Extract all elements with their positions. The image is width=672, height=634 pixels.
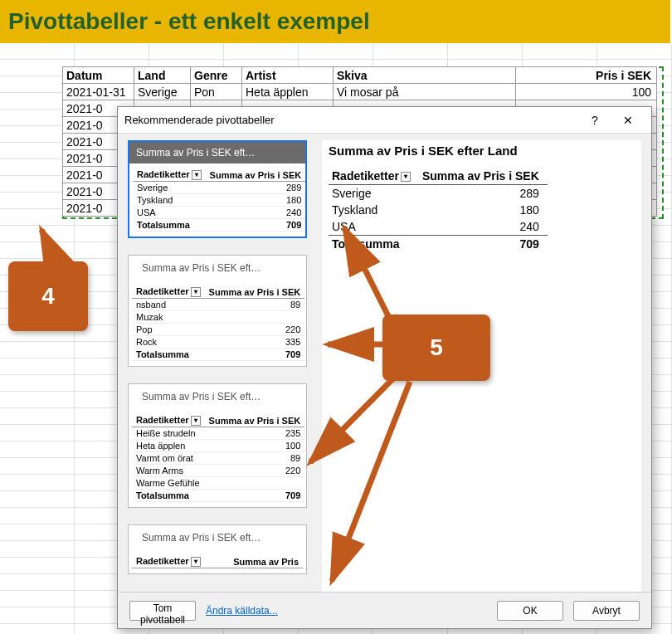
thumb-head-rowlabels: Radetiketter▾ <box>132 414 205 427</box>
dropdown-icon[interactable]: ▾ <box>191 416 201 426</box>
preview-head-rowlabels[interactable]: Radetiketter▾ <box>329 168 419 185</box>
thumb-head-value: Summa av Pris <box>217 555 303 568</box>
page-title: Pivottabeller - ett enkelt exempel <box>8 8 370 35</box>
close-button[interactable]: ✕ <box>611 109 645 132</box>
dropdown-icon[interactable]: ▾ <box>192 170 202 180</box>
thumb-caption: Summa av Pris i SEK eft… <box>129 256 306 280</box>
pivot-recommendation-thumb[interactable]: Summa av Pris i SEK eft… Radetiketter▾Su… <box>128 140 307 238</box>
thumb-head-rowlabels: Radetiketter▾ <box>132 555 217 568</box>
cancel-button[interactable]: Avbryt <box>573 601 640 621</box>
preview-head-value: Summa av Pris i SEK <box>419 168 548 185</box>
table-row: Sverige289 <box>329 185 548 202</box>
dropdown-icon[interactable]: ▾ <box>191 557 201 567</box>
callout-4: 4 <box>8 261 88 331</box>
thumb-head-value: Summa av Pris i SEK <box>205 285 305 299</box>
thumb-head-rowlabels: Radetiketter▾ <box>132 285 205 299</box>
dropdown-icon[interactable]: ▾ <box>191 287 201 297</box>
spreadsheet-area: Pivottabeller - ett enkelt exempel Datum… <box>0 0 672 634</box>
thumb-caption: Summa av Pris i SEK eft… <box>129 142 305 163</box>
dialog-footer: Tom pivottabell Ändra källdata... OK Avb… <box>118 592 651 628</box>
dialog-title: Rekommenderade pivottabeller <box>124 114 578 126</box>
source-col-header[interactable]: Pris i SEK <box>516 67 657 84</box>
pivot-recommendation-thumb[interactable]: Summa av Pris i SEK eft… Radetiketter▾Su… <box>128 255 307 367</box>
table-row[interactable]: 2021-01-31SverigePonHeta äpplenVi mosar … <box>63 84 657 100</box>
source-col-header[interactable]: Skiva <box>334 67 516 84</box>
preview-table: Radetiketter▾ Summa av Pris i SEK Sverig… <box>329 168 548 252</box>
source-col-header[interactable]: Land <box>134 67 191 84</box>
page-title-bar: Pivottabeller - ett enkelt exempel <box>0 0 670 43</box>
callout-5: 5 <box>382 315 490 381</box>
thumb-head-value: Summa av Pris i SEK <box>205 414 305 427</box>
source-col-header[interactable]: Genre <box>191 67 242 84</box>
thumb-caption: Summa av Pris i SEK eft… <box>129 384 306 409</box>
source-col-header[interactable]: Datum <box>63 67 134 84</box>
table-row: USA240 <box>329 218 548 236</box>
total-row: Totalsumma709 <box>329 236 548 253</box>
table-row: Tyskland180 <box>329 202 548 218</box>
thumb-head-rowlabels: Radetiketter▾ <box>133 168 206 182</box>
thumb-caption: Summa av Pris i SEK eft… <box>129 525 306 550</box>
recommendation-list[interactable]: Summa av Pris i SEK eft… Radetiketter▾Su… <box>128 140 310 592</box>
pivot-recommendation-thumb[interactable]: Summa av Pris i SEK eft… Radetiketter▾Su… <box>128 524 307 574</box>
help-button[interactable]: ? <box>578 109 611 132</box>
empty-pivottable-button[interactable]: Tom pivottabell <box>129 601 196 621</box>
thumb-head-value: Summa av Pris i SEK <box>206 168 306 182</box>
ok-button[interactable]: OK <box>497 601 563 621</box>
source-col-header[interactable]: Artist <box>242 67 334 84</box>
dropdown-icon[interactable]: ▾ <box>401 172 411 182</box>
preview-title: Summa av Pris i SEK efter Land <box>329 144 641 158</box>
pivot-recommendation-thumb[interactable]: Summa av Pris i SEK eft… Radetiketter▾Su… <box>128 383 307 508</box>
dialog-titlebar[interactable]: Rekommenderade pivottabeller ? ✕ <box>118 107 651 134</box>
change-source-link[interactable]: Ändra källdata... <box>206 605 278 617</box>
